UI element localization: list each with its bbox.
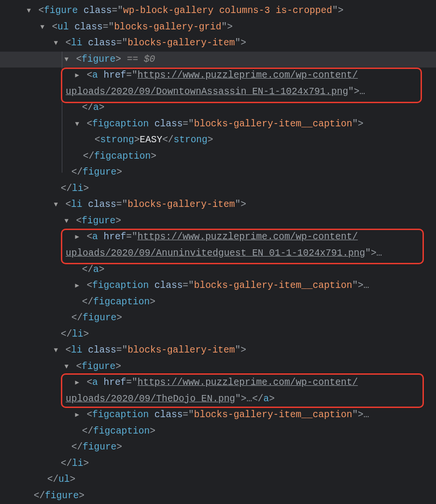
dom-node-figure-1-open[interactable]: ▼ <figure> == $0 (0, 52, 436, 68)
href-url-1b[interactable]: uploads/2020/09/DowntownAssassin_EN-1-10… (66, 86, 348, 97)
expand-triangle-icon[interactable]: ▶ (73, 69, 81, 81)
dom-node-figcaption-1-close[interactable]: </figcaption> (0, 149, 436, 165)
expand-triangle-icon[interactable]: ▼ (52, 199, 60, 210)
href-url-1[interactable]: https://www.puzzleprime.com/wp-content/ (138, 70, 358, 81)
dom-node-figcaption-2-close[interactable]: </figcaption> (0, 294, 436, 311)
href-url-3[interactable]: https://www.puzzleprime.com/wp-content/ (138, 377, 358, 388)
href-url-2b[interactable]: uploads/2020/09/Anuninvitedguest_EN_01-1… (66, 248, 365, 259)
expand-triangle-icon[interactable]: ▶ (73, 231, 81, 243)
dom-node-li-2-close[interactable]: </li> (0, 327, 436, 343)
text-easy: EASY (140, 135, 162, 145)
dom-node-li-1-close[interactable]: </li> (0, 181, 436, 197)
devtools-elements-panel[interactable]: ▼ <figure class="wp-block-gallery column… (0, 0, 436, 504)
expand-triangle-icon[interactable]: ▼ (63, 361, 70, 372)
dom-node-a-1-close[interactable]: </a> (0, 100, 436, 116)
expand-triangle-icon[interactable]: ▼ (52, 344, 60, 356)
dom-node-ul-open[interactable]: ▼ <ul class="blocks-gallery-grid"> (0, 19, 436, 36)
dom-node-a-1[interactable]: ▶ <a href="https://www.puzzleprime.com/w… (0, 68, 436, 84)
expand-triangle-icon[interactable]: ▶ (73, 377, 81, 388)
expand-triangle-icon[interactable]: ▼ (25, 5, 33, 16)
expand-triangle-icon[interactable]: ▼ (63, 54, 70, 65)
dom-node-li-3-open[interactable]: ▼ <li class="blocks-gallery-item"> (0, 342, 436, 359)
dom-node-figure-3-close[interactable]: </figure> (0, 439, 436, 456)
dom-node-a-2-wrap[interactable]: uploads/2020/09/Anuninvitedguest_EN_01-1… (0, 245, 436, 262)
expand-triangle-icon[interactable]: ▶ (73, 409, 81, 421)
dom-node-ul-close[interactable]: </ul> (0, 472, 436, 488)
dom-node-a-2-close[interactable]: </a> (0, 262, 436, 278)
dom-node-figcaption-1-open[interactable]: ▼ <figcaption class="blocks-gallery-item… (0, 116, 436, 133)
href-url-2[interactable]: https://www.puzzleprime.com/wp-content/ (138, 232, 358, 242)
dom-node-figure-outer-open[interactable]: ▼ <figure class="wp-block-gallery column… (0, 3, 436, 19)
href-url-3b[interactable]: uploads/2020/09/TheDojo_EN.png (66, 394, 235, 404)
dom-node-a-3-wrap[interactable]: uploads/2020/09/TheDojo_EN.png">…</a> (0, 391, 436, 408)
dom-node-a-1-wrap[interactable]: uploads/2020/09/DowntownAssassin_EN-1-10… (0, 84, 436, 100)
expand-triangle-icon[interactable]: ▼ (73, 118, 81, 130)
expand-triangle-icon[interactable]: ▼ (52, 37, 60, 49)
dom-node-figure-2-close[interactable]: </figure> (0, 310, 436, 327)
dom-node-figure-3-open[interactable]: ▼ <figure> (0, 359, 436, 375)
dom-node-a-2[interactable]: ▶ <a href="https://www.puzzleprime.com/w… (0, 229, 436, 245)
dom-node-figure-1-close[interactable]: </figure> (0, 164, 436, 181)
dom-node-figcaption-2[interactable]: ▶ <figcaption class="blocks-gallery-item… (0, 278, 436, 294)
dom-node-strong[interactable]: <strong>EASY</strong> (0, 132, 436, 149)
dom-node-li-3-close[interactable]: </li> (0, 456, 436, 472)
dom-node-figcaption-3[interactable]: ▶ <figcaption class="blocks-gallery-item… (0, 407, 436, 423)
dom-node-a-3[interactable]: ▶ <a href="https://www.puzzleprime.com/w… (0, 375, 436, 391)
dom-node-figure-2-open[interactable]: ▼ <figure> (0, 213, 436, 230)
dom-node-figure-outer-close[interactable]: </figure> (0, 488, 436, 504)
expand-triangle-icon[interactable]: ▼ (39, 21, 46, 33)
expand-triangle-icon[interactable]: ▼ (63, 215, 70, 227)
dom-node-li-2-open[interactable]: ▼ <li class="blocks-gallery-item"> (0, 197, 436, 213)
dom-node-figcaption-3-close[interactable]: </figcaption> (0, 423, 436, 440)
dom-node-li-1-open[interactable]: ▼ <li class="blocks-gallery-item"> (0, 35, 436, 52)
expand-triangle-icon[interactable]: ▶ (73, 280, 81, 291)
